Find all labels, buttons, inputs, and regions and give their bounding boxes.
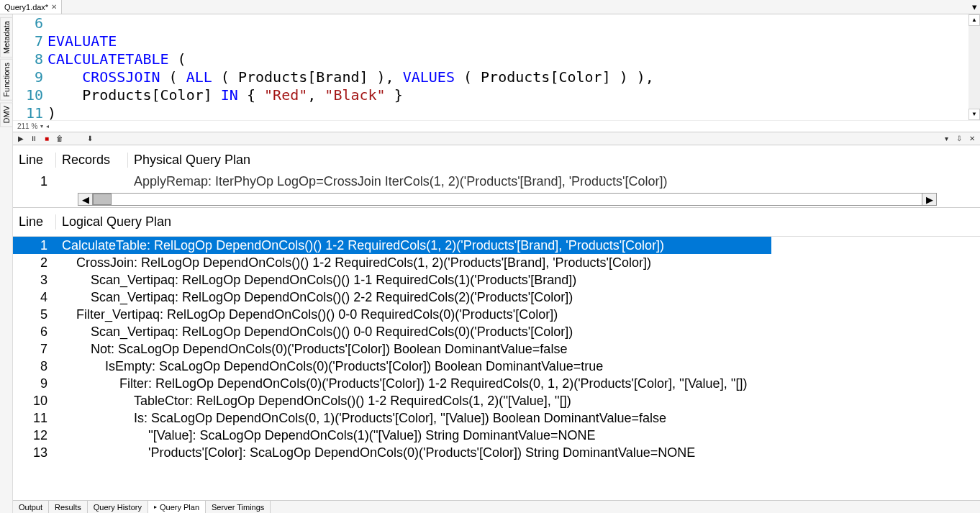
logical-plan-row[interactable]: 11Is: ScaLogOp DependOnCols(0, 1)('Produ… (13, 409, 980, 427)
side-tab-dmv[interactable]: DMV (0, 102, 13, 127)
logical-plan-row[interactable]: 8IsEmpty: ScaLogOp DependOnCols(0)('Prod… (13, 358, 980, 375)
side-tab-functions[interactable]: Functions (0, 59, 13, 101)
bottom-tab-query-history[interactable]: Query History (88, 501, 148, 513)
logical-plan-row[interactable]: 3Scan_Vertipaq: RelLogOp DependOnCols()(… (13, 271, 980, 289)
bottom-tab-results[interactable]: Results (49, 501, 88, 513)
bottom-tab-query-plan[interactable]: ▸Query Plan (148, 501, 206, 513)
side-tab-metadata[interactable]: Metadata (0, 17, 13, 58)
bottom-tab-label: Query History (94, 503, 142, 512)
dax-editor: 67891011 EVALUATECALCULATETABLE ( CROSSJ… (13, 14, 980, 132)
close-icon[interactable]: ✕ (51, 3, 57, 11)
col-header-line[interactable]: Line (13, 153, 56, 168)
export-icon[interactable]: ⬇ (85, 134, 95, 144)
pin-icon[interactable]: ⇩ (954, 134, 964, 144)
editor-code[interactable]: EVALUATECALCULATETABLE ( CROSSJOIN ( ALL… (47, 14, 968, 120)
logical-plan-row[interactable]: 10TableCtor: RelLogOp DependOnCols()() 1… (13, 392, 980, 409)
physical-plan-panel: Line Records Physical Query Plan 1ApplyR… (13, 145, 980, 208)
physical-plan-hscrollbar[interactable]: ◀ ▶ (78, 193, 937, 206)
bottom-tab-strip: OutputResultsQuery History▸Query PlanSer… (13, 500, 980, 513)
logical-plan-row[interactable]: 1CalculateTable: RelLogOp DependOnCols()… (13, 237, 771, 254)
bottom-tab-output[interactable]: Output (13, 501, 49, 513)
logical-plan-row[interactable]: 12''[Value]: ScaLogOp DependOnCols(1)(''… (13, 427, 980, 444)
document-tab[interactable]: Query1.dax* ✕ (0, 0, 62, 14)
logical-plan-row[interactable]: 6Scan_Vertipaq: RelLogOp DependOnCols()(… (13, 323, 980, 340)
physical-plan-rows: 1ApplyRemap: IterPhyOp LogOp=CrossJoin I… (13, 174, 980, 191)
col-header-line[interactable]: Line (13, 214, 56, 230)
scroll-left-icon[interactable]: ◂ (46, 123, 49, 130)
logical-plan-panel: Line Logical Query Plan 1CalculateTable:… (13, 208, 980, 500)
scroll-left-icon[interactable]: ◀ (78, 194, 93, 205)
document-tab-bar: Query1.dax* ✕ ▾ (0, 0, 980, 14)
col-header-physical-plan[interactable]: Physical Query Plan (128, 153, 980, 168)
side-tab-strip: Metadata Functions DMV (0, 14, 13, 513)
logical-plan-row[interactable]: 9Filter: RelLogOp DependOnCols(0)('Produ… (13, 375, 980, 392)
plan-toolbar: ▶ ⏸ ■ 🗑 ⬇ ▾ ⇩ ✕ (13, 132, 980, 145)
play-icon[interactable]: ▶ (16, 134, 26, 144)
logical-plan-row[interactable]: 5Filter_Vertipaq: RelLogOp DependOnCols(… (13, 306, 980, 323)
zoom-level: 211 % (17, 122, 37, 130)
logical-plan-row[interactable]: 13'Products'[Color]: ScaLogOp DependOnCo… (13, 444, 980, 461)
bottom-tab-label: Results (55, 503, 81, 512)
scroll-thumb[interactable] (93, 194, 112, 205)
clear-icon[interactable]: 🗑 (55, 134, 65, 144)
stop-icon[interactable]: ■ (42, 134, 52, 144)
active-tab-arrow-icon: ▸ (154, 504, 157, 510)
bottom-tab-server-timings[interactable]: Server Timings (206, 501, 271, 513)
logical-plan-row[interactable]: 4Scan_Vertipaq: RelLogOp DependOnCols()(… (13, 289, 980, 306)
zoom-dropdown-icon[interactable]: ▾ (40, 123, 43, 130)
bottom-tab-label: Query Plan (160, 503, 199, 512)
col-header-records[interactable]: Records (56, 153, 128, 168)
editor-status-bar: 211 % ▾ ◂ (13, 120, 980, 132)
logical-plan-rows: 1CalculateTable: RelLogOp DependOnCols()… (13, 237, 980, 500)
bottom-tab-label: Server Timings (212, 503, 264, 512)
scroll-right-icon[interactable]: ▶ (922, 194, 936, 205)
col-header-logical-plan[interactable]: Logical Query Plan (56, 214, 764, 230)
logical-plan-row[interactable]: 7Not: ScaLogOp DependOnCols(0)('Products… (13, 340, 980, 358)
tab-overflow-dropdown[interactable]: ▾ (969, 0, 980, 14)
scroll-up-icon[interactable]: ▲ (968, 14, 980, 26)
bottom-tab-label: Output (19, 503, 42, 512)
scroll-down-icon[interactable]: ▼ (968, 109, 980, 120)
panel-dropdown-icon[interactable]: ▾ (941, 134, 951, 144)
pause-icon[interactable]: ⏸ (29, 134, 39, 144)
logical-plan-header: Line Logical Query Plan (13, 208, 980, 237)
document-tab-title: Query1.dax* (4, 3, 48, 12)
editor-gutter: 67891011 (13, 14, 47, 120)
panel-close-icon[interactable]: ✕ (967, 134, 977, 144)
editor-vertical-scrollbar[interactable]: ▲ ▼ (968, 14, 980, 120)
logical-plan-row[interactable]: 2CrossJoin: RelLogOp DependOnCols()() 1-… (13, 254, 980, 271)
physical-plan-header: Line Records Physical Query Plan (13, 145, 980, 174)
